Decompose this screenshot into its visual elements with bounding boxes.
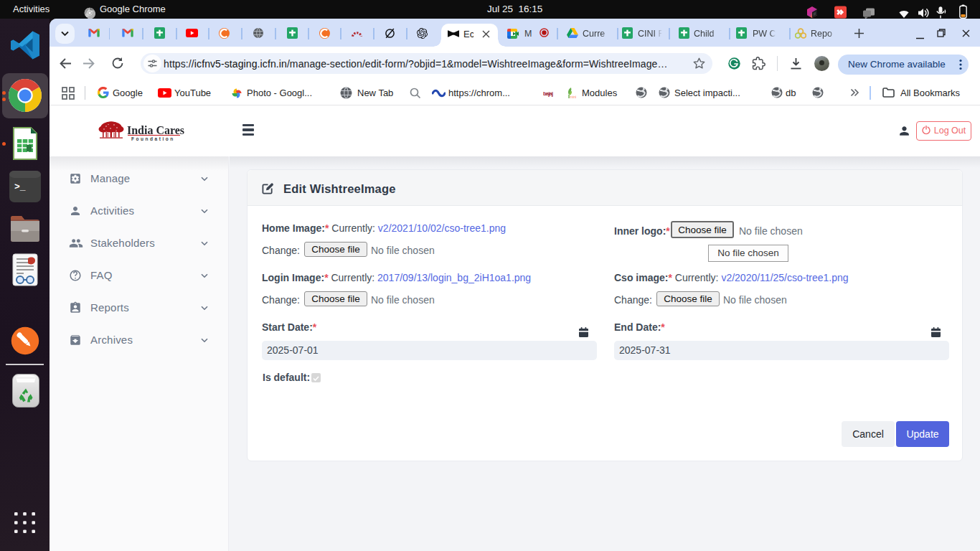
svg-text:>_: >_ <box>14 182 26 192</box>
svg-text:mini: mini <box>570 95 576 99</box>
svg-text:bajaj: bajaj <box>543 90 553 97</box>
